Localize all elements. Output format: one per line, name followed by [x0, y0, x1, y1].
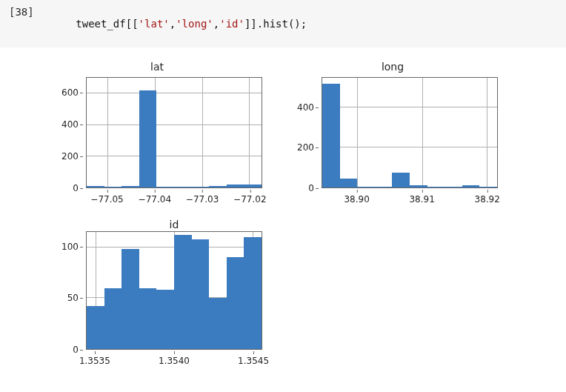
bar — [121, 186, 139, 187]
bar — [322, 84, 340, 187]
code-str-lat: 'lat' — [139, 18, 170, 30]
ytick: 50 — [46, 293, 79, 303]
ytick: 200 — [282, 142, 314, 153]
bar — [244, 237, 262, 349]
bar — [192, 187, 210, 187]
bars-id — [87, 232, 262, 349]
bar — [462, 185, 480, 187]
chart-title-lat: lat — [46, 61, 268, 73]
yticks-lat: 0 200 400 600 — [46, 77, 83, 188]
plot-area-long — [322, 77, 498, 188]
ytick: 0 — [46, 345, 79, 355]
bar — [340, 179, 358, 187]
bar — [410, 185, 427, 187]
ytick: 400 — [46, 119, 79, 130]
chart-title-long: long — [282, 61, 504, 73]
code-line: tweet_df[['lat','long','id']].hist(); — [39, 6, 307, 41]
xtick: 38.92 — [475, 194, 500, 205]
ytick: 100 — [46, 242, 79, 252]
code-cell: [38] tweet_df[['lat','long','id']].hist(… — [0, 0, 566, 47]
ytick: 0 — [282, 183, 314, 193]
xticks-long: 38.90 38.91 38.92 — [322, 191, 498, 209]
plot-area-id: id — [86, 231, 262, 350]
chart-id: 0 50 100 id — [46, 222, 268, 371]
notebook-root: [38] tweet_df[['lat','long','id']].hist(… — [0, 0, 566, 371]
xtick: 38.90 — [344, 194, 369, 205]
yticks-long: 0 200 400 — [282, 77, 319, 188]
bar — [87, 306, 104, 349]
empty-cell — [282, 222, 504, 371]
bar — [139, 288, 157, 349]
chart-long: long 0 200 400 — [282, 61, 504, 209]
bar — [227, 185, 244, 187]
ytick: 0 — [46, 183, 79, 193]
chart-title-id: id — [87, 219, 262, 230]
bar — [392, 173, 410, 187]
bar — [192, 239, 210, 349]
cell-prompt: [38] — [4, 6, 39, 18]
charts-grid: lat 0 200 400 600 — [46, 61, 566, 371]
bars-long — [322, 78, 497, 187]
bar — [174, 235, 192, 349]
bars-lat — [87, 78, 262, 187]
bar — [139, 90, 157, 187]
code-str-id: 'id' — [219, 18, 244, 30]
xtick: 1.3540 — [159, 356, 190, 366]
code-prefix: tweet_df[[ — [76, 18, 138, 30]
xtick: −77.03 — [186, 194, 219, 205]
xtick: −77.05 — [90, 194, 123, 205]
bar — [227, 257, 244, 349]
code-str-long: 'long' — [176, 18, 213, 30]
xtick: 1.3535 — [79, 356, 110, 366]
bar — [427, 187, 445, 187]
xticks-lat: −77.05 −77.04 −77.03 −77.02 — [86, 191, 262, 209]
code-comma-2: , — [213, 18, 219, 30]
bar — [375, 187, 393, 187]
bar — [156, 187, 174, 187]
bar — [156, 290, 174, 349]
bar — [209, 186, 227, 187]
code-suffix: ]].hist(); — [244, 18, 307, 30]
ytick: 200 — [46, 151, 79, 162]
bar — [174, 187, 192, 187]
output-area: lat 0 200 400 600 — [0, 47, 566, 371]
xtick: 38.91 — [409, 194, 434, 205]
bar — [445, 187, 462, 187]
bar — [87, 186, 104, 187]
ytick: 600 — [46, 87, 79, 98]
ytick: 400 — [282, 102, 314, 113]
plot-area-lat — [86, 77, 262, 188]
bar — [244, 185, 262, 187]
bar — [479, 187, 497, 187]
xtick: 1.3545 — [238, 356, 269, 366]
xtick: −77.02 — [233, 194, 266, 205]
chart-lat: lat 0 200 400 600 — [46, 61, 268, 209]
xticks-id: 1.3535 1.3540 1.3545 1e18 — [86, 353, 262, 371]
bar — [104, 187, 122, 187]
xtick: −77.04 — [139, 194, 171, 205]
yticks-id: 0 50 100 — [46, 231, 83, 350]
bar — [121, 249, 139, 349]
bar — [104, 288, 122, 349]
bar — [357, 187, 375, 187]
bar — [209, 298, 227, 349]
code-comma-1: , — [170, 18, 176, 30]
